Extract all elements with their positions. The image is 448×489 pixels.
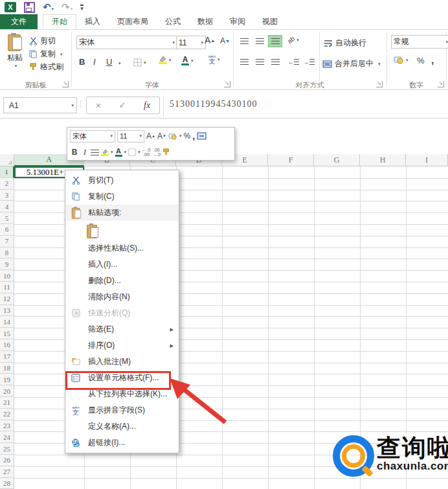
percent-style-button[interactable]: % bbox=[417, 56, 425, 65]
paste-option-keep-source[interactable] bbox=[65, 221, 179, 240]
top-align-button[interactable] bbox=[237, 35, 251, 47]
menu-item-copy[interactable]: 复制(C) bbox=[65, 188, 179, 205]
row-header-8[interactable]: 8 bbox=[0, 247, 14, 259]
number-format-combo[interactable]: 常规▾ bbox=[391, 35, 448, 49]
row-header-15[interactable]: 15 bbox=[0, 328, 14, 339]
decrease-indent-button[interactable]: ← bbox=[286, 56, 300, 68]
tab-data[interactable]: 数据 bbox=[189, 14, 221, 29]
mini-merge-button[interactable] bbox=[197, 132, 207, 140]
phonetic-guide-button[interactable]: wén文 ▾ bbox=[208, 54, 220, 65]
align-right-button[interactable] bbox=[268, 56, 282, 68]
menu-item-delete[interactable]: 删除(D)... bbox=[65, 273, 179, 289]
row-header-23[interactable]: 23 bbox=[0, 420, 14, 432]
tab-view[interactable]: 视图 bbox=[254, 14, 286, 29]
name-box[interactable]: A1 ▾ bbox=[3, 97, 77, 113]
middle-align-button[interactable] bbox=[252, 35, 267, 47]
number-dialog-launcher-icon[interactable]: ↘ bbox=[438, 81, 444, 87]
mini-format-painter-button[interactable] bbox=[162, 148, 170, 156]
increase-font-size-button[interactable]: A▲ bbox=[205, 35, 215, 45]
row-header-6[interactable]: 6 bbox=[0, 224, 14, 236]
tab-file[interactable]: 文件 bbox=[0, 14, 38, 29]
italic-button[interactable]: I bbox=[93, 57, 96, 67]
formula-bar-drag-handle[interactable]: ⋮ bbox=[77, 100, 84, 108]
row-header-5[interactable]: 5 bbox=[0, 212, 14, 224]
mini-accounting-button[interactable]: ▾ bbox=[168, 133, 182, 140]
row-header-25[interactable]: 25 bbox=[0, 443, 14, 455]
font-name-combo[interactable]: 宋体▾ bbox=[76, 36, 177, 49]
mini-fill-color-button[interactable]: ▾ bbox=[101, 149, 113, 156]
row-header-20[interactable]: 20 bbox=[0, 385, 14, 397]
row-header-7[interactable]: 7 bbox=[0, 236, 14, 247]
row-header-24[interactable]: 24 bbox=[0, 431, 14, 443]
row-header-10[interactable]: 10 bbox=[0, 270, 14, 282]
align-center-button[interactable] bbox=[252, 56, 267, 68]
row-header-11[interactable]: 11 bbox=[0, 282, 14, 293]
row-header-1[interactable]: 1 bbox=[0, 166, 14, 178]
mini-increase-font-button[interactable]: A▲ bbox=[146, 131, 155, 141]
format-painter-button[interactable]: 格式刷 bbox=[29, 62, 63, 73]
menu-item-cut[interactable]: 剪切(T) bbox=[65, 172, 179, 188]
mini-decrease-decimal-button[interactable]: .00→.0 bbox=[152, 148, 161, 157]
row-header-3[interactable]: 3 bbox=[0, 190, 14, 201]
menu-item-insert-comment[interactable]: 插入批注(M) bbox=[65, 354, 179, 370]
font-dialog-launcher-icon[interactable]: ↘ bbox=[224, 81, 230, 87]
tab-page-layout[interactable]: 页面布局 bbox=[109, 14, 157, 29]
borders-button[interactable]: ▾ bbox=[133, 58, 146, 67]
row-header-18[interactable]: 18 bbox=[0, 363, 14, 374]
cut-button[interactable]: 剪切 bbox=[29, 36, 56, 47]
orientation-button[interactable]: ab ▾ bbox=[287, 36, 299, 43]
save-icon[interactable] bbox=[24, 2, 35, 13]
select-all-button[interactable] bbox=[0, 154, 14, 166]
mini-align-button[interactable] bbox=[91, 150, 99, 155]
row-header-2[interactable]: 2 bbox=[0, 178, 14, 190]
mini-percent-button[interactable]: % bbox=[183, 131, 190, 141]
bottom-align-button[interactable] bbox=[268, 35, 282, 47]
bold-button[interactable]: B bbox=[79, 57, 85, 67]
menu-item-paste-special[interactable]: 选择性粘贴(S)... bbox=[65, 240, 179, 256]
menu-item-insert[interactable]: 插入(I)... bbox=[65, 256, 179, 273]
font-color-button[interactable]: A ▾ bbox=[181, 56, 194, 65]
row-header-21[interactable]: 21 bbox=[0, 397, 14, 409]
row-header-22[interactable]: 22 bbox=[0, 409, 14, 420]
align-left-button[interactable] bbox=[237, 56, 251, 68]
insert-function-icon[interactable]: fx bbox=[144, 100, 150, 111]
menu-item-sort[interactable]: 排序(O) bbox=[65, 337, 179, 354]
formula-input[interactable]: 51300119945430100 bbox=[170, 99, 257, 109]
tab-formulas[interactable]: 公式 bbox=[157, 14, 189, 29]
mini-font-color-button[interactable]: A ▾ bbox=[115, 148, 127, 157]
column-header-G[interactable]: G bbox=[314, 154, 360, 166]
row-header-13[interactable]: 13 bbox=[0, 305, 14, 317]
mini-font-size-combo[interactable]: 11▾ bbox=[117, 130, 144, 142]
increase-indent-button[interactable]: → bbox=[302, 56, 316, 68]
row-header-27[interactable]: 27 bbox=[0, 466, 14, 478]
tab-review[interactable]: 审阅 bbox=[221, 14, 254, 29]
underline-dropdown-icon[interactable]: ▾ bbox=[118, 61, 121, 66]
font-size-combo[interactable]: 11▾ bbox=[176, 36, 206, 49]
column-header-H[interactable]: H bbox=[360, 154, 406, 166]
column-header-I[interactable]: I bbox=[406, 154, 448, 166]
cancel-icon[interactable]: × bbox=[96, 100, 101, 111]
paste-button[interactable]: 粘贴 ▾ bbox=[4, 34, 26, 69]
menu-item-clear-contents[interactable]: 清除内容(N) bbox=[65, 289, 179, 305]
mini-increase-decimal-button[interactable]: ←.0.00 bbox=[142, 148, 151, 157]
row-header-19[interactable]: 19 bbox=[0, 374, 14, 385]
mini-decrease-font-button[interactable]: A▼ bbox=[157, 131, 166, 141]
row-header-16[interactable]: 16 bbox=[0, 339, 14, 351]
mini-font-name-combo[interactable]: 宋体▾ bbox=[70, 130, 115, 142]
merge-center-button[interactable]: 合并后居中 ▾ bbox=[322, 58, 381, 69]
menu-item-filter[interactable]: 筛选(E) bbox=[65, 321, 179, 337]
clipboard-dialog-launcher-icon[interactable]: ↘ bbox=[62, 81, 69, 87]
row-header-17[interactable]: 17 bbox=[0, 351, 14, 363]
undo-button[interactable]: ↶▾ bbox=[43, 2, 54, 12]
row-header-28[interactable]: 28 bbox=[0, 478, 14, 489]
decrease-font-size-button[interactable]: A▼ bbox=[220, 36, 230, 45]
enter-icon[interactable]: ✓ bbox=[119, 100, 126, 110]
row-header-26[interactable]: 26 bbox=[0, 455, 14, 466]
fill-color-button[interactable]: ▾ bbox=[158, 56, 172, 64]
mini-italic-button[interactable]: I bbox=[81, 148, 89, 157]
redo-button[interactable]: ↷▾ bbox=[62, 2, 73, 12]
mini-comma-button[interactable]: , bbox=[192, 131, 195, 141]
underline-button[interactable]: U bbox=[106, 57, 112, 67]
row-header-14[interactable]: 14 bbox=[0, 316, 14, 328]
column-header-F[interactable]: F bbox=[268, 154, 314, 166]
